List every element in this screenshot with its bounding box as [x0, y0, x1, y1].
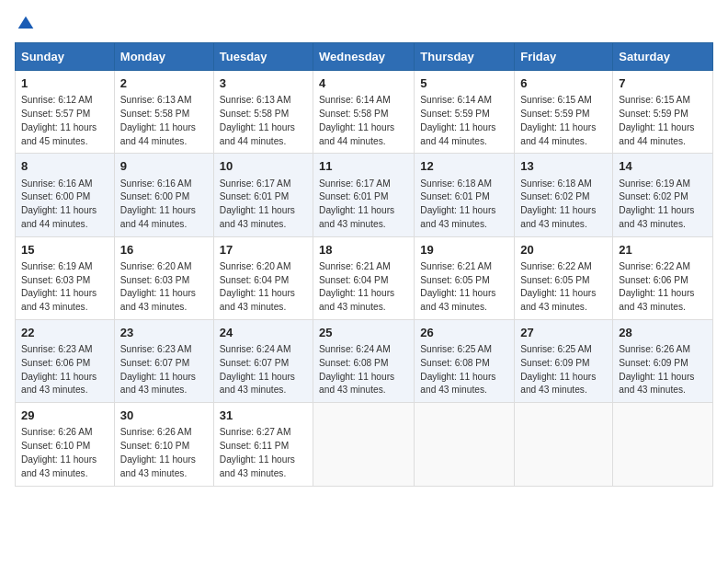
day-number: 9: [120, 158, 208, 175]
day-info: Sunrise: 6:24 AMSunset: 6:08 PMDaylight:…: [319, 343, 408, 397]
day-info: Sunrise: 6:19 AMSunset: 6:02 PMDaylight:…: [619, 178, 707, 232]
day-number: 29: [21, 408, 108, 424]
day-cell: 21Sunrise: 6:22 AMSunset: 6:06 PMDayligh…: [613, 236, 713, 319]
day-cell: [613, 403, 713, 486]
day-cell: 19Sunrise: 6:21 AMSunset: 6:05 PMDayligh…: [415, 236, 515, 319]
logo-icon: [17, 15, 35, 33]
calendar-table: SundayMondayTuesdayWednesdayThursdayFrid…: [15, 42, 713, 487]
day-number: 26: [420, 325, 508, 341]
day-info: Sunrise: 6:26 AMSunset: 6:09 PMDaylight:…: [619, 343, 707, 397]
day-info: Sunrise: 6:14 AMSunset: 5:58 PMDaylight:…: [319, 94, 408, 148]
day-number: 31: [220, 408, 307, 424]
day-number: 23: [120, 325, 208, 341]
day-info: Sunrise: 6:18 AMSunset: 6:01 PMDaylight:…: [420, 178, 508, 232]
day-cell: 6Sunrise: 6:15 AMSunset: 5:59 PMDaylight…: [515, 71, 613, 154]
day-cell: 5Sunrise: 6:14 AMSunset: 5:59 PMDaylight…: [415, 71, 515, 154]
day-info: Sunrise: 6:16 AMSunset: 6:00 PMDaylight:…: [120, 178, 208, 232]
day-info: Sunrise: 6:13 AMSunset: 5:58 PMDaylight:…: [220, 94, 307, 148]
header-tuesday: Tuesday: [213, 43, 313, 71]
calendar-header-row: SundayMondayTuesdayWednesdayThursdayFrid…: [16, 43, 713, 71]
day-info: Sunrise: 6:23 AMSunset: 6:06 PMDaylight:…: [21, 343, 108, 397]
day-info: Sunrise: 6:27 AMSunset: 6:11 PMDaylight:…: [220, 426, 307, 480]
day-cell: 8Sunrise: 6:16 AMSunset: 6:00 PMDaylight…: [16, 154, 115, 236]
day-cell: 31Sunrise: 6:27 AMSunset: 6:11 PMDayligh…: [213, 403, 313, 486]
day-info: Sunrise: 6:12 AMSunset: 5:57 PMDaylight:…: [21, 94, 108, 148]
day-info: Sunrise: 6:18 AMSunset: 6:02 PMDaylight:…: [520, 178, 607, 232]
day-cell: 14Sunrise: 6:19 AMSunset: 6:02 PMDayligh…: [613, 154, 713, 236]
day-cell: 2Sunrise: 6:13 AMSunset: 5:58 PMDaylight…: [114, 71, 213, 154]
header-sunday: Sunday: [16, 43, 115, 71]
day-number: 20: [520, 242, 607, 259]
svg-marker-0: [18, 17, 34, 29]
day-info: Sunrise: 6:26 AMSunset: 6:10 PMDaylight:…: [21, 426, 108, 480]
day-cell: 7Sunrise: 6:15 AMSunset: 5:59 PMDaylight…: [613, 71, 713, 154]
day-number: 12: [420, 158, 508, 175]
day-cell: 18Sunrise: 6:21 AMSunset: 6:04 PMDayligh…: [313, 236, 415, 319]
week-row-3: 15Sunrise: 6:19 AMSunset: 6:03 PMDayligh…: [16, 236, 713, 319]
day-cell: [415, 403, 515, 486]
day-cell: 11Sunrise: 6:17 AMSunset: 6:01 PMDayligh…: [313, 154, 415, 236]
day-number: 2: [120, 75, 208, 92]
day-number: 24: [220, 325, 307, 341]
day-number: 13: [520, 158, 607, 175]
header-wednesday: Wednesday: [313, 43, 415, 71]
day-info: Sunrise: 6:14 AMSunset: 5:59 PMDaylight:…: [420, 94, 508, 148]
day-info: Sunrise: 6:25 AMSunset: 6:09 PMDaylight:…: [520, 343, 607, 397]
day-info: Sunrise: 6:25 AMSunset: 6:08 PMDaylight:…: [420, 343, 508, 397]
header: [15, 15, 713, 31]
day-cell: [313, 403, 415, 486]
day-cell: 29Sunrise: 6:26 AMSunset: 6:10 PMDayligh…: [16, 403, 115, 486]
day-cell: 15Sunrise: 6:19 AMSunset: 6:03 PMDayligh…: [16, 236, 115, 319]
day-cell: 27Sunrise: 6:25 AMSunset: 6:09 PMDayligh…: [515, 319, 613, 402]
day-number: 18: [319, 242, 408, 259]
day-info: Sunrise: 6:17 AMSunset: 6:01 PMDaylight:…: [319, 178, 408, 232]
day-number: 25: [319, 325, 408, 341]
week-row-5: 29Sunrise: 6:26 AMSunset: 6:10 PMDayligh…: [16, 403, 713, 486]
day-info: Sunrise: 6:24 AMSunset: 6:07 PMDaylight:…: [220, 343, 307, 397]
day-number: 3: [220, 75, 307, 92]
day-info: Sunrise: 6:23 AMSunset: 6:07 PMDaylight:…: [120, 343, 208, 397]
day-info: Sunrise: 6:22 AMSunset: 6:06 PMDaylight:…: [619, 260, 707, 315]
week-row-1: 1Sunrise: 6:12 AMSunset: 5:57 PMDaylight…: [16, 71, 713, 154]
day-cell: 12Sunrise: 6:18 AMSunset: 6:01 PMDayligh…: [415, 154, 515, 236]
day-number: 21: [619, 242, 707, 259]
day-info: Sunrise: 6:20 AMSunset: 6:03 PMDaylight:…: [120, 260, 208, 315]
day-cell: 10Sunrise: 6:17 AMSunset: 6:01 PMDayligh…: [213, 154, 313, 236]
day-number: 7: [619, 75, 707, 92]
day-cell: 13Sunrise: 6:18 AMSunset: 6:02 PMDayligh…: [515, 154, 613, 236]
day-info: Sunrise: 6:15 AMSunset: 5:59 PMDaylight:…: [520, 94, 607, 148]
day-number: 17: [220, 242, 307, 259]
header-friday: Friday: [515, 43, 613, 71]
day-info: Sunrise: 6:15 AMSunset: 5:59 PMDaylight:…: [619, 94, 707, 148]
day-number: 16: [120, 242, 208, 259]
header-saturday: Saturday: [613, 43, 713, 71]
day-cell: 20Sunrise: 6:22 AMSunset: 6:05 PMDayligh…: [515, 236, 613, 319]
day-number: 27: [520, 325, 607, 341]
day-cell: 25Sunrise: 6:24 AMSunset: 6:08 PMDayligh…: [313, 319, 415, 402]
day-number: 28: [619, 325, 707, 341]
day-cell: 28Sunrise: 6:26 AMSunset: 6:09 PMDayligh…: [613, 319, 713, 402]
day-number: 10: [220, 158, 307, 175]
day-number: 15: [21, 242, 108, 259]
day-info: Sunrise: 6:16 AMSunset: 6:00 PMDaylight:…: [21, 178, 108, 232]
day-number: 14: [619, 158, 707, 175]
day-info: Sunrise: 6:13 AMSunset: 5:58 PMDaylight:…: [120, 94, 208, 148]
day-number: 8: [21, 158, 108, 175]
day-number: 6: [520, 75, 607, 92]
header-thursday: Thursday: [415, 43, 515, 71]
day-info: Sunrise: 6:21 AMSunset: 6:04 PMDaylight:…: [319, 260, 408, 315]
header-monday: Monday: [114, 43, 213, 71]
day-number: 1: [21, 75, 108, 92]
day-number: 11: [319, 158, 408, 175]
day-cell: 3Sunrise: 6:13 AMSunset: 5:58 PMDaylight…: [213, 71, 313, 154]
day-cell: 16Sunrise: 6:20 AMSunset: 6:03 PMDayligh…: [114, 236, 213, 319]
week-row-4: 22Sunrise: 6:23 AMSunset: 6:06 PMDayligh…: [16, 319, 713, 402]
day-cell: 26Sunrise: 6:25 AMSunset: 6:08 PMDayligh…: [415, 319, 515, 402]
day-cell: 9Sunrise: 6:16 AMSunset: 6:00 PMDaylight…: [114, 154, 213, 236]
day-cell: 1Sunrise: 6:12 AMSunset: 5:57 PMDaylight…: [16, 71, 115, 154]
day-cell: 22Sunrise: 6:23 AMSunset: 6:06 PMDayligh…: [16, 319, 115, 402]
day-info: Sunrise: 6:21 AMSunset: 6:05 PMDaylight:…: [420, 260, 508, 315]
day-cell: 4Sunrise: 6:14 AMSunset: 5:58 PMDaylight…: [313, 71, 415, 154]
week-row-2: 8Sunrise: 6:16 AMSunset: 6:00 PMDaylight…: [16, 154, 713, 236]
day-number: 22: [21, 325, 108, 341]
